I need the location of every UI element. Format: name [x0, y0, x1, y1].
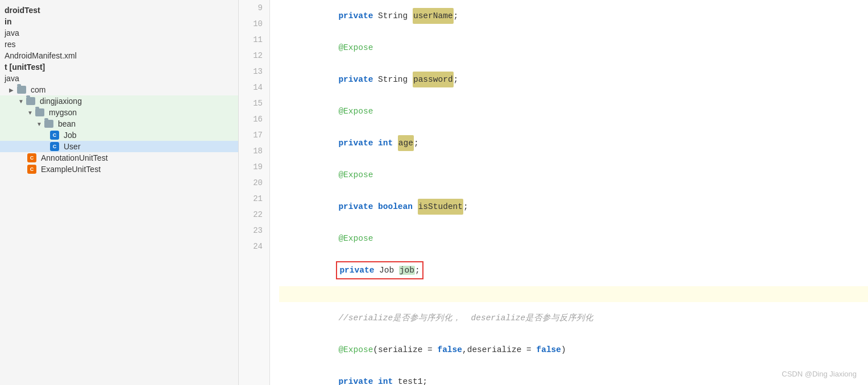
sidebar-item-java-main[interactable]: java	[0, 27, 238, 39]
sidebar-item-bean[interactable]: ▼ bean	[0, 118, 238, 129]
folder-icon	[35, 108, 44, 116]
code-line-10: @Expose	[279, 32, 868, 64]
code-line-15: private boolean isStudent;	[279, 191, 868, 223]
sidebar-item-mygson[interactable]: ▼ mygson	[0, 107, 238, 118]
sidebar-item-java-unit[interactable]: java	[0, 73, 238, 84]
code-editor: 9 10 11 12 13 14 15 16 17 18 19 20 21 22…	[239, 0, 868, 385]
folder-icon	[17, 86, 26, 94]
line-numbers: 9 10 11 12 13 14 15 16 17 18 19 20 21 22…	[239, 0, 270, 385]
sidebar-item-main[interactable]: in	[0, 16, 238, 27]
code-line-11: private String password;	[279, 64, 868, 95]
sidebar-item-annotation-unit[interactable]: C AnnotationUnitTest	[0, 152, 238, 164]
chevron-down-icon: ▼	[18, 98, 24, 104]
chevron-down-icon: ▼	[36, 121, 42, 127]
code-line-17: private Job job;	[279, 254, 868, 286]
sidebar-item-androidTest[interactable]: droidTest	[0, 5, 238, 16]
class-icon: C	[50, 131, 59, 140]
code-line-16: @Expose	[279, 223, 868, 254]
watermark: CSDN @Ding Jiaxiong	[782, 370, 857, 378]
code-lines: private String userName; @Expose private…	[270, 0, 868, 385]
sidebar-item-example-unit[interactable]: C ExampleUnitTest	[0, 164, 238, 175]
code-line-9: private String userName;	[279, 0, 868, 32]
code-area: 9 10 11 12 13 14 15 16 17 18 19 20 21 22…	[239, 0, 868, 385]
code-line-14: @Expose	[279, 159, 868, 191]
class-icon: C	[27, 153, 36, 162]
class-icon: C	[27, 165, 36, 174]
class-icon: C	[50, 142, 59, 151]
sidebar-item-manifest[interactable]: AndroidManifest.xml	[0, 50, 238, 61]
code-line-18	[279, 286, 868, 302]
folder-icon	[26, 97, 35, 105]
file-tree: droidTest in java res AndroidManifest.xm…	[0, 0, 239, 385]
code-line-12: @Expose	[279, 95, 868, 127]
folder-icon	[44, 120, 53, 128]
sidebar-item-unittest[interactable]: t [unitTest]	[0, 61, 238, 73]
sidebar-item-com[interactable]: ▶ com	[0, 84, 238, 95]
boxed-code: private Job job;	[336, 261, 423, 279]
code-line-21: private int test1;	[279, 366, 868, 385]
code-line-13: private int age;	[279, 127, 868, 159]
sidebar-item-user[interactable]: C User	[0, 141, 238, 152]
code-line-19: //serialize是否参与序列化， deserialize是否参与反序列化	[279, 302, 868, 334]
code-line-20: @Expose(serialize = false,deserialize = …	[279, 334, 868, 366]
sidebar-item-res[interactable]: res	[0, 39, 238, 50]
sidebar-item-dingjiaxiong[interactable]: ▼ dingjiaxiong	[0, 95, 238, 107]
chevron-right-icon: ▶	[9, 87, 15, 93]
chevron-down-icon: ▼	[27, 110, 33, 116]
sidebar-item-job[interactable]: C Job	[0, 129, 238, 141]
